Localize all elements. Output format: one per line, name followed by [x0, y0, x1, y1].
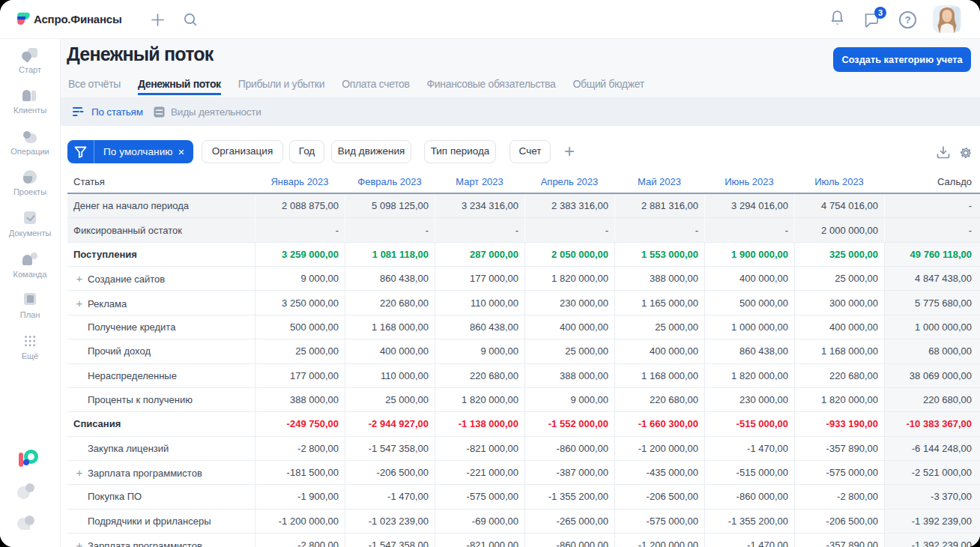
svg-text:?: ?	[904, 14, 910, 25]
